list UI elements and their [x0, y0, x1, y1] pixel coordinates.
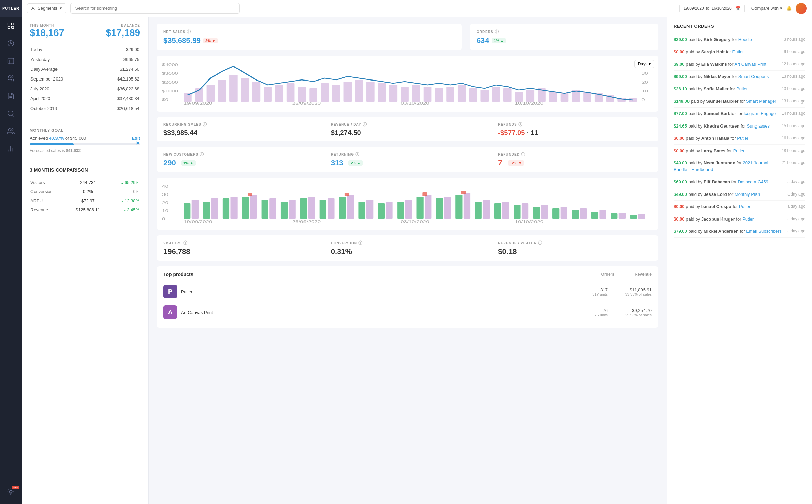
comp-change: 0% — [109, 187, 139, 196]
svg-rect-30 — [229, 75, 238, 102]
order-amount: $49.00 — [674, 192, 687, 197]
svg-rect-97 — [378, 203, 385, 219]
svg-rect-115 — [533, 207, 540, 219]
order-amount: $0.00 — [674, 204, 685, 209]
sidebar-item-sales[interactable] — [0, 35, 22, 52]
order-details: $0.00 paid by Sergio Holt for Putler — [674, 49, 780, 55]
sidebar-item-customers[interactable] — [0, 70, 22, 87]
svg-rect-53 — [492, 87, 500, 102]
sidebar-item-charts[interactable] — [0, 140, 22, 158]
goal-edit-link[interactable]: Edit — [132, 136, 140, 141]
order-product-link[interactable]: Smart Manager — [746, 99, 776, 104]
refunds-info-icon[interactable]: ⓘ — [518, 122, 523, 128]
visitors-info-icon[interactable]: ⓘ — [183, 240, 188, 246]
revvis-info-icon[interactable]: ⓘ — [538, 240, 542, 246]
order-product-link[interactable]: Dashcam G459 — [738, 179, 768, 184]
product-orders: 317 317 units — [567, 287, 608, 296]
balance-value: $17,189 — [106, 27, 140, 38]
order-product-link[interactable]: Art Canvas Print — [735, 62, 767, 67]
refunded-info-icon[interactable]: ⓘ — [521, 152, 525, 157]
stats-row: September 2020$42,195.62 — [30, 74, 139, 84]
sidebar-item-products[interactable] — [0, 52, 22, 70]
sidebar-item-integrations[interactable]: new — [0, 483, 22, 501]
order-product-link[interactable]: Email Subscribers — [746, 229, 782, 234]
order-product-link[interactable]: Putler — [739, 204, 750, 209]
svg-line-10 — [12, 115, 14, 116]
svg-rect-81 — [242, 197, 249, 219]
product-name[interactable]: Putler — [181, 289, 567, 294]
newcust-info-icon[interactable]: ⓘ — [200, 152, 204, 157]
order-product-link[interactable]: Putler — [737, 136, 748, 141]
stat-label: Daily Average — [30, 65, 95, 74]
svg-rect-102 — [425, 195, 431, 219]
svg-rect-56 — [526, 90, 534, 102]
forecasted-text: Forecasted sales is $41,632 — [30, 148, 140, 153]
order-customer: Neea Juntunen — [704, 160, 735, 165]
svg-rect-114 — [522, 203, 528, 219]
conversion-info-icon[interactable]: ⓘ — [358, 240, 363, 246]
order-time: a day ago — [787, 228, 805, 233]
app-logo: PUTLER — [0, 0, 22, 17]
compare-button[interactable]: Compare with ▾ — [751, 6, 782, 11]
days-button[interactable]: Days ▾ — [634, 60, 654, 68]
refunds-count: 11 — [531, 129, 538, 137]
center-panel: NET SALES ⓘ $35,685.99 2% ▼ ORDERS ⓘ 634 — [149, 17, 667, 504]
product-name[interactable]: Art Canvas Print — [181, 310, 567, 315]
svg-rect-117 — [552, 208, 559, 219]
svg-rect-108 — [461, 191, 466, 194]
svg-rect-82 — [250, 195, 257, 219]
sidebar-item-analytics[interactable] — [0, 105, 22, 122]
orders-label: ORDERS ⓘ — [477, 29, 652, 35]
revenue-visitor-value: $0.18 — [498, 247, 652, 256]
revenue-day-value: $1,274.50 — [331, 129, 484, 137]
net-sales-info-icon[interactable]: ⓘ — [187, 29, 191, 35]
sidebar-item-team[interactable] — [0, 122, 22, 140]
svg-text:30: 30 — [162, 193, 168, 197]
order-amount: $79.00 — [674, 229, 687, 234]
order-time: 12 hours ago — [782, 61, 805, 66]
orders-info-icon[interactable]: ⓘ — [495, 29, 499, 35]
order-product-link[interactable]: Putler — [733, 148, 745, 153]
sidebar-item-reports[interactable] — [0, 87, 22, 105]
segment-select[interactable]: All Segments ▾ — [27, 3, 66, 13]
order-customer: Mikkel Andersen — [704, 229, 739, 234]
order-time: 13 hours ago — [782, 86, 805, 91]
order-details: $77.00 paid by Samuel Barbier for Icegra… — [674, 110, 777, 117]
order-product-link[interactable]: Hoodie — [738, 37, 752, 42]
product-row: A Art Canvas Print 76 76 units $9,254.70… — [163, 302, 652, 322]
recurring-sales-card: RECURRING SALES ⓘ $33,985.44 — [157, 117, 324, 141]
notification-bell-icon[interactable]: 🔔 — [786, 6, 792, 11]
order-time: 15 hours ago — [782, 123, 805, 128]
order-product-link[interactable]: Monthly Plan — [735, 192, 760, 197]
date-range-picker[interactable]: 19/09/2020 to 16/10/2020 📅 — [679, 4, 745, 13]
stat-value: $1,274.50 — [96, 65, 139, 74]
svg-text:$1000: $1000 — [162, 89, 178, 93]
revday-info-icon[interactable]: ⓘ — [363, 122, 367, 128]
order-customer: Sergio Holt — [701, 49, 725, 54]
svg-rect-29 — [218, 80, 226, 102]
content-area: THIS MONTH $18,167 BALANCE $17,189 Today… — [22, 17, 812, 504]
search-input[interactable] — [70, 3, 240, 14]
user-avatar[interactable] — [796, 3, 807, 14]
comparison-row: Revenue$125,886.113.45% — [30, 206, 139, 214]
order-product-link[interactable]: Putler — [732, 49, 744, 54]
svg-text:0: 0 — [641, 98, 645, 102]
order-customer: Elif Babacan — [704, 179, 730, 184]
recurring-info-icon[interactable]: ⓘ — [203, 122, 207, 128]
refunds-dot: • — [527, 130, 528, 135]
svg-rect-109 — [475, 202, 482, 219]
refunds-card: REFUNDS ⓘ -$577.05 • 11 — [491, 117, 658, 141]
order-product-link[interactable]: Putler — [736, 86, 748, 91]
order-product-link[interactable]: Sunglasses — [747, 123, 770, 129]
order-product-link[interactable]: Putler — [742, 216, 754, 222]
svg-rect-2 — [8, 26, 10, 28]
order-product-link[interactable]: Icegram Engage — [744, 111, 776, 116]
order-row: $49.00 paid by Jesse Lord for Monthly Pl… — [674, 188, 805, 201]
order-details: $49.00 paid by Neea Juntunen for 2021 Jo… — [674, 160, 777, 173]
stat-label: Today — [30, 45, 95, 54]
comp-change: 3.45% — [109, 206, 139, 214]
returning-info-icon[interactable]: ⓘ — [355, 152, 360, 157]
svg-rect-90 — [320, 200, 326, 219]
order-product-link[interactable]: Smart Coupons — [738, 74, 769, 79]
sidebar-item-dashboard[interactable] — [0, 17, 22, 35]
